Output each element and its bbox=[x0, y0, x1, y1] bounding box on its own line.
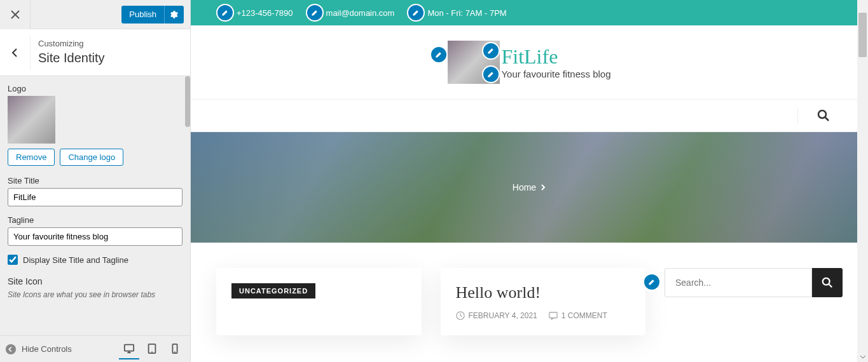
comment-icon bbox=[549, 311, 558, 320]
device-tablet-button[interactable] bbox=[142, 339, 162, 359]
hide-controls-label: Hide Controls bbox=[22, 344, 72, 354]
tagline-input[interactable] bbox=[8, 227, 183, 246]
sidebar-topbar: Publish bbox=[0, 0, 190, 29]
pencil-icon bbox=[311, 9, 319, 17]
chevron-right-icon bbox=[540, 184, 546, 191]
edit-email-button[interactable] bbox=[306, 4, 324, 22]
clock-icon bbox=[456, 311, 465, 320]
pencil-icon bbox=[648, 278, 656, 286]
logo-preview[interactable] bbox=[8, 96, 55, 144]
site-icon-help: Site Icons are what you see in browser t… bbox=[8, 290, 183, 299]
breadcrumb[interactable]: Home bbox=[513, 182, 546, 192]
preview-scrollbar-thumb[interactable] bbox=[858, 13, 867, 57]
search-icon bbox=[817, 109, 830, 122]
post-title[interactable]: Hello world! bbox=[456, 283, 631, 302]
device-desktop-button[interactable] bbox=[119, 339, 139, 359]
close-icon bbox=[11, 10, 20, 19]
svg-point-14 bbox=[823, 278, 830, 285]
hide-controls-button[interactable]: Hide Controls bbox=[5, 344, 119, 355]
logo-label: Logo bbox=[8, 84, 183, 93]
remove-logo-button[interactable]: Remove bbox=[8, 149, 55, 166]
topbar-hours: Mon - Fri: 7AM - 7PM bbox=[407, 4, 506, 22]
search-submit-button[interactable] bbox=[812, 268, 843, 297]
sidebar-footer: Hide Controls bbox=[0, 335, 190, 362]
site-title-text[interactable]: FitLife bbox=[501, 45, 610, 69]
svg-rect-3 bbox=[125, 344, 134, 351]
back-button[interactable] bbox=[0, 36, 31, 70]
svg-point-2 bbox=[6, 344, 16, 354]
search-icon bbox=[822, 277, 833, 288]
edit-search-widget-button[interactable] bbox=[643, 273, 661, 291]
topbar-phone-text: +123-456-7890 bbox=[237, 8, 293, 18]
preview-pane: +123-456-7890 mail@domain.com Mon - Fri:… bbox=[191, 0, 868, 362]
topbar-email-text: mail@domain.com bbox=[326, 8, 395, 18]
desktop-icon bbox=[123, 343, 135, 354]
pencil-icon bbox=[435, 51, 443, 58]
svg-line-15 bbox=[829, 285, 832, 288]
customizer-sidebar: Publish Customizing Site Identity Logo R… bbox=[0, 0, 191, 362]
topbar-email: mail@domain.com bbox=[306, 4, 395, 22]
post-date: FEBRUARY 4, 2021 bbox=[456, 311, 537, 320]
tablet-icon bbox=[146, 343, 158, 354]
chevron-left-icon bbox=[10, 48, 20, 58]
topbar-phone: +123-456-7890 bbox=[216, 4, 293, 22]
search-input[interactable] bbox=[665, 268, 812, 297]
edit-hours-button[interactable] bbox=[407, 4, 425, 22]
pencil-icon bbox=[412, 9, 420, 17]
breadcrumb-home: Home bbox=[513, 182, 536, 192]
device-mobile-button[interactable] bbox=[165, 339, 185, 359]
chevron-down-icon bbox=[860, 354, 866, 360]
collapse-icon bbox=[5, 344, 17, 355]
search-widget bbox=[665, 268, 843, 297]
tagline-label: Tagline bbox=[8, 215, 183, 225]
site-title-input[interactable] bbox=[8, 188, 183, 206]
nav-bar bbox=[191, 99, 868, 132]
edit-logo-button[interactable] bbox=[430, 46, 448, 64]
svg-rect-13 bbox=[549, 312, 557, 318]
panel-body: Logo Remove Change logo Site Title Tagli… bbox=[0, 76, 190, 335]
preview-scroll-down[interactable] bbox=[858, 352, 867, 361]
section-header: Customizing Site Identity bbox=[0, 29, 190, 76]
preview-scrollbar[interactable] bbox=[857, 0, 868, 362]
display-title-label: Display Site Title and Tagline bbox=[23, 255, 128, 265]
section-title: Site Identity bbox=[38, 50, 105, 66]
pencil-icon bbox=[487, 47, 495, 55]
site-icon-label: Site Icon bbox=[8, 276, 183, 286]
pencil-icon bbox=[221, 9, 229, 17]
display-title-checkbox[interactable] bbox=[8, 255, 18, 265]
mobile-icon bbox=[169, 343, 181, 354]
post-card[interactable]: Hello world! FEBRUARY 4, 2021 1 COMMENT bbox=[441, 268, 646, 335]
category-badge[interactable]: UNCATEGORIZED bbox=[231, 283, 315, 298]
post-card[interactable]: UNCATEGORIZED bbox=[216, 268, 422, 335]
publish-settings-button[interactable] bbox=[164, 6, 184, 23]
site-topbar: +123-456-7890 mail@domain.com Mon - Fri:… bbox=[191, 0, 868, 25]
svg-line-11 bbox=[825, 117, 829, 121]
edit-phone-button[interactable] bbox=[216, 4, 234, 22]
site-title-label: Site Title bbox=[8, 176, 183, 185]
post-comments[interactable]: 1 COMMENT bbox=[549, 311, 607, 320]
publish-button[interactable]: Publish bbox=[121, 6, 164, 23]
close-button[interactable] bbox=[0, 0, 31, 29]
site-tagline-text: Your favourite fitness blog bbox=[501, 69, 610, 79]
panel-scrollbar[interactable] bbox=[185, 76, 190, 127]
hero-banner: Home bbox=[191, 132, 868, 243]
site-header: FitLife Your favourite fitness blog bbox=[191, 25, 868, 99]
topbar-hours-text: Mon - Fri: 7AM - 7PM bbox=[427, 8, 506, 18]
svg-point-10 bbox=[818, 111, 826, 118]
pencil-icon bbox=[487, 70, 495, 78]
change-logo-button[interactable]: Change logo bbox=[60, 149, 123, 166]
content-area: UNCATEGORIZED Hello world! FEBRUARY 4, 2… bbox=[191, 243, 868, 335]
customizing-label: Customizing bbox=[38, 39, 105, 50]
gear-icon bbox=[170, 10, 179, 19]
search-toggle-button[interactable] bbox=[797, 107, 830, 124]
